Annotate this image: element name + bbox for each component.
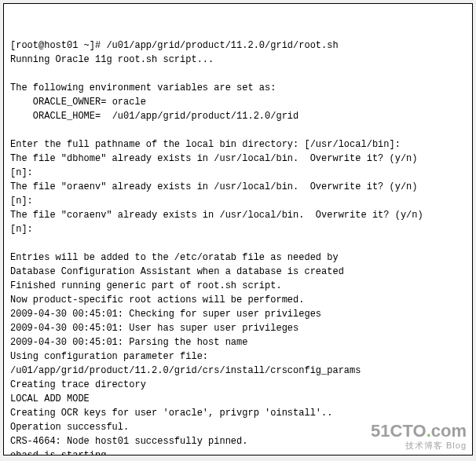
terminal-window: [root@host01 ~]# /u01/app/grid/product/1… bbox=[3, 3, 473, 456]
terminal-output: [root@host01 ~]# /u01/app/grid/product/1… bbox=[10, 38, 466, 456]
